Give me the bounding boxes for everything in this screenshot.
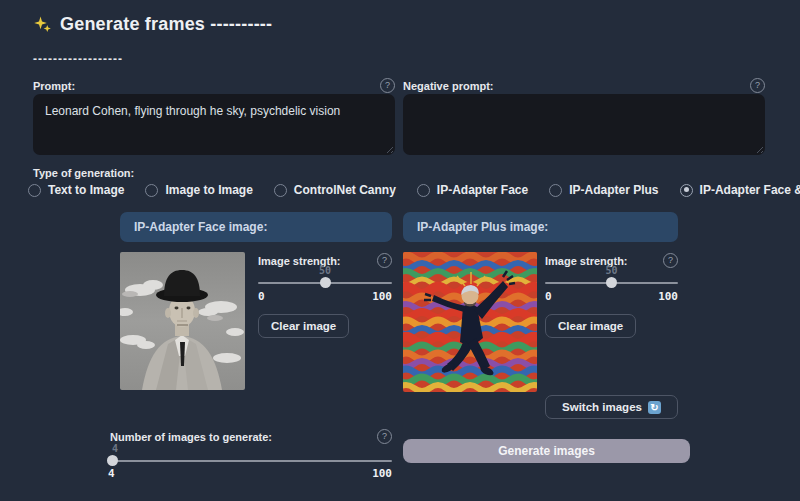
radio-controlnet-canny[interactable]: ControlNet Canny xyxy=(274,183,396,197)
prompt-help-icon[interactable]: ? xyxy=(380,78,395,93)
radio-circle xyxy=(680,184,693,197)
radio-circle xyxy=(145,184,158,197)
plus-strength-value: 50 xyxy=(605,265,617,276)
face-strength-range: 0 100 xyxy=(258,290,392,303)
radio-ip-adapter-face-and-plus[interactable]: IP-Adapter Face & Plus xyxy=(680,183,800,197)
radio-ip-adapter-face[interactable]: IP-Adapter Face xyxy=(417,183,528,197)
switch-icon: ↻ xyxy=(648,401,661,414)
face-clear-image-button[interactable]: Clear image xyxy=(258,314,349,338)
plus-strength-range: 0 100 xyxy=(545,290,678,303)
switch-images-button[interactable]: Switch images ↻ xyxy=(545,395,678,419)
image-count-control: Number of images to generate: ? 4 4 100 xyxy=(108,429,392,444)
image-count-max: 100 xyxy=(372,467,392,480)
negative-prompt-help-icon[interactable]: ? xyxy=(750,78,765,93)
negative-prompt-input[interactable] xyxy=(403,94,765,155)
image-count-slider-handle[interactable] xyxy=(107,455,118,466)
plus-strength-max: 100 xyxy=(658,290,678,303)
radio-circle xyxy=(28,184,41,197)
radio-ip-adapter-plus[interactable]: IP-Adapter Plus xyxy=(549,183,658,197)
face-image[interactable] xyxy=(120,252,245,390)
image-count-help-icon[interactable]: ? xyxy=(377,429,392,444)
generate-frames-panel: Generate frames ---------- -------------… xyxy=(0,0,800,501)
plus-clear-image-button[interactable]: Clear image xyxy=(545,314,636,338)
generation-type-radio-group: Text to Image Image to Image ControlNet … xyxy=(28,183,800,197)
plus-strength-min: 0 xyxy=(545,290,552,303)
face-image-panel-header: IP-Adapter Face image: xyxy=(120,212,392,242)
face-image-graphic xyxy=(120,252,245,390)
face-strength-value: 50 xyxy=(319,265,331,276)
generation-type-label: Type of generation: xyxy=(33,167,134,179)
switch-images-label: Switch images xyxy=(562,401,642,413)
image-count-range: 4 100 xyxy=(108,467,392,480)
sparkles-icon xyxy=(33,15,52,34)
plus-strength-help-icon[interactable]: ? xyxy=(663,253,678,268)
face-strength-min: 0 xyxy=(258,290,265,303)
radio-image-to-image[interactable]: Image to Image xyxy=(145,183,252,197)
radio-text-to-image[interactable]: Text to Image xyxy=(28,183,124,197)
image-count-value: 4 xyxy=(112,443,118,454)
plus-image-graphic xyxy=(403,252,537,392)
negative-prompt-label: Negative prompt: xyxy=(403,80,493,92)
image-count-label: Number of images to generate: xyxy=(110,431,272,443)
page-title-row: Generate frames ---------- xyxy=(33,14,272,35)
radio-circle xyxy=(274,184,287,197)
image-count-min: 4 xyxy=(108,467,115,480)
prompt-label: Prompt: xyxy=(33,80,75,92)
title-underline: ------------------ xyxy=(33,52,123,66)
page-title: Generate frames ---------- xyxy=(60,14,272,35)
image-count-slider[interactable] xyxy=(108,460,392,462)
prompt-label-row: Prompt: ? xyxy=(33,78,395,93)
plus-strength-control: Image strength: ? 50 0 100 Clear image xyxy=(545,253,678,268)
radio-circle xyxy=(549,184,562,197)
generate-images-button[interactable]: Generate images xyxy=(403,439,690,463)
face-strength-control: Image strength: ? 50 0 100 Clear image xyxy=(258,253,392,268)
radio-circle xyxy=(417,184,430,197)
plus-image-panel-header: IP-Adapter Plus image: xyxy=(403,212,678,242)
plus-image[interactable] xyxy=(403,252,537,392)
plus-strength-slider-handle[interactable] xyxy=(606,277,617,288)
face-strength-help-icon[interactable]: ? xyxy=(377,253,392,268)
face-strength-slider-handle[interactable] xyxy=(320,277,331,288)
prompt-input[interactable]: Leonard Cohen, flying through he sky, ps… xyxy=(33,94,395,155)
face-strength-max: 100 xyxy=(372,290,392,303)
negative-prompt-label-row: Negative prompt: ? xyxy=(403,78,765,93)
